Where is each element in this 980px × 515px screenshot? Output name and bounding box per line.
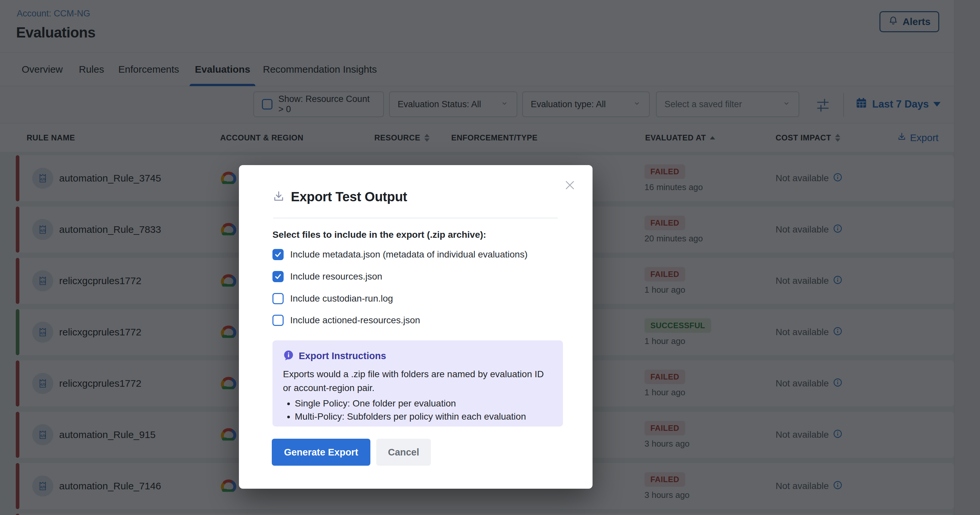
checkbox-label: Include actioned-resources.json	[290, 315, 420, 325]
generate-export-button[interactable]: Generate Export	[272, 439, 371, 466]
checkbox-include-metadata[interactable]: Include metadata.json (metadata of indiv…	[272, 249, 527, 260]
export-instructions-header: Export Instructions	[283, 349, 552, 362]
checkbox[interactable]	[272, 271, 284, 282]
checkbox-label: Include custodian-run.log	[290, 293, 393, 304]
instruction-bullet: Single Policy: One folder per evaluation	[295, 397, 552, 410]
close-icon[interactable]	[564, 179, 576, 191]
checkbox[interactable]	[272, 293, 284, 304]
modal-divider	[273, 218, 558, 218]
export-instructions-bullets: Single Policy: One folder per evaluation…	[295, 397, 552, 423]
instruction-bullet: Multi-Policy: Subfolders per policy with…	[295, 410, 552, 423]
info-bubble-icon	[283, 349, 294, 362]
modal-title: Export Test Output	[291, 190, 407, 204]
cancel-button[interactable]: Cancel	[376, 439, 431, 466]
export-instructions-title: Export Instructions	[299, 351, 386, 362]
export-instructions-body: Exports would a .zip file with folders a…	[283, 367, 552, 395]
checkbox-label: Include resources.json	[290, 271, 382, 282]
checkbox-label: Include metadata.json (metadata of indiv…	[290, 249, 527, 260]
checkbox-include-actioned-resources[interactable]: Include actioned-resources.json	[272, 315, 420, 326]
checkbox[interactable]	[272, 249, 284, 260]
checkbox-include-resources[interactable]: Include resources.json	[272, 271, 382, 282]
export-instructions-box: Export Instructions Exports would a .zip…	[272, 340, 563, 427]
download-icon	[272, 190, 285, 204]
export-test-output-modal: Export Test Output Select files to inclu…	[239, 165, 593, 489]
select-files-label: Select files to include in the export (.…	[272, 230, 486, 240]
checkbox[interactable]	[272, 315, 284, 326]
modal-title-row: Export Test Output	[272, 190, 407, 204]
checkbox-include-custodian-run-log[interactable]: Include custodian-run.log	[272, 293, 393, 304]
